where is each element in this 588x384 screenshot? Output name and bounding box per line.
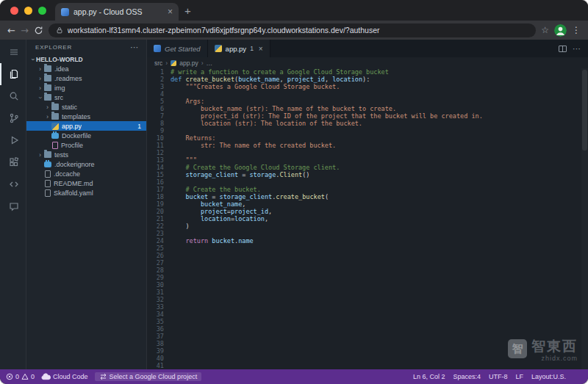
cloud-code-button[interactable] xyxy=(0,173,26,195)
minimize-window-button[interactable] xyxy=(24,7,32,15)
cloud-code-label: Cloud Code xyxy=(53,373,88,380)
code-line xyxy=(171,178,581,186)
zoom-window-button[interactable] xyxy=(38,7,46,15)
tree-item-skaffold-yaml[interactable]: Skaffold.yaml xyxy=(26,188,146,198)
code-line: return bucket.name xyxy=(171,237,581,244)
code-line: project=project_id, xyxy=(171,208,581,215)
tree-item-app-py[interactable]: app.py1 xyxy=(26,121,146,131)
docker-icon xyxy=(51,133,59,139)
tree-item-label: .dockerignore xyxy=(54,161,95,168)
line-number: 20 xyxy=(147,208,164,215)
tree-item-src[interactable]: ›src xyxy=(26,93,146,102)
close-window-button[interactable] xyxy=(10,7,18,15)
cloud-icon xyxy=(41,373,51,380)
explorer-button[interactable] xyxy=(0,63,26,85)
tree-item--dockerignore[interactable]: .dockerignore xyxy=(26,159,146,169)
reload-icon[interactable] xyxy=(34,26,43,35)
tree-item--readmes[interactable]: ›.readmes xyxy=(26,73,146,83)
tab-get-started[interactable]: Get Started xyxy=(147,40,208,57)
tree-item-readme-md[interactable]: README.md xyxy=(26,178,146,188)
profile-avatar[interactable] xyxy=(554,24,567,37)
sidebar-more-icon[interactable]: ⋯ xyxy=(130,43,139,52)
folder-icon xyxy=(44,151,51,158)
menu-button[interactable] xyxy=(0,41,26,63)
folder-icon xyxy=(44,84,51,91)
tree-item-label: .idea xyxy=(54,65,69,73)
code-editor[interactable]: 1234567891011121314151617181920212223242… xyxy=(147,68,588,369)
cloud-code-status[interactable]: Cloud Code xyxy=(41,373,88,380)
keyboard-layout[interactable]: Layout:U.S. xyxy=(531,373,566,380)
warning-icon xyxy=(21,373,29,380)
select-project-button[interactable]: Select a Google Cloud project xyxy=(95,372,202,381)
chevron-icon: › xyxy=(44,113,51,120)
browser-menu-icon[interactable]: ⋮ xyxy=(572,25,581,35)
chat-button[interactable] xyxy=(0,195,26,217)
select-project-label: Select a Google Cloud project xyxy=(110,373,198,380)
new-tab-button[interactable]: + xyxy=(184,5,191,16)
source-control-button[interactable] xyxy=(0,107,26,129)
sidebar-title: EXPLORER xyxy=(35,44,72,51)
line-numbers[interactable]: 1234567891011121314151617181920212223242… xyxy=(147,68,171,369)
code-lines[interactable]: # write a function to create a Google Cl… xyxy=(171,68,581,369)
code-line xyxy=(171,230,581,237)
code-line: storage_client = storage.Client() xyxy=(171,171,581,178)
close-icon[interactable]: × xyxy=(259,45,263,53)
watermark-logo: 智 xyxy=(508,339,527,358)
chevron-icon: › xyxy=(201,59,204,67)
tree-item-img[interactable]: ›img xyxy=(26,83,146,93)
line-number: 35 xyxy=(147,318,164,325)
line-number: 17 xyxy=(147,186,164,193)
line-number: 29 xyxy=(147,274,164,281)
code-line xyxy=(171,149,581,156)
tree-item-templates[interactable]: ›templates xyxy=(26,112,146,121)
line-number: 2 xyxy=(147,76,164,83)
eol-type[interactable]: LF xyxy=(515,373,523,380)
split-editor-icon[interactable] xyxy=(559,46,567,52)
line-number: 26 xyxy=(147,252,164,259)
line-number: 21 xyxy=(147,215,164,222)
problems-indicator[interactable]: 0 0 xyxy=(6,373,35,380)
file-tree: ›HELLO-WORLD›.idea›.readmes›img›src›stat… xyxy=(26,54,146,369)
tree-item-tests[interactable]: ›tests xyxy=(26,150,146,159)
tree-item-static[interactable]: ›static xyxy=(26,102,146,112)
tree-item-dockerfile[interactable]: Dockerfile xyxy=(26,131,146,140)
search-button[interactable] xyxy=(0,85,26,107)
encoding[interactable]: UTF-8 xyxy=(489,373,508,380)
code-line: project_id (str): The ID of the project … xyxy=(171,112,581,120)
cloud-code-icon xyxy=(8,178,20,190)
tree-item-label: README.md xyxy=(54,180,93,187)
forward-icon[interactable]: → xyxy=(21,26,29,35)
extensions-button[interactable] xyxy=(0,151,26,173)
line-number: 12 xyxy=(147,149,164,156)
bookmark-star-icon[interactable]: ☆ xyxy=(541,25,549,35)
code-line: # Create the bucket. xyxy=(171,186,581,193)
browser-toolbar: ← → workstation-lf31smn4.cluster-zpbeimo… xyxy=(0,21,588,40)
notifications-bell-icon[interactable] xyxy=(574,373,582,381)
close-tab-icon[interactable]: × xyxy=(168,7,173,16)
editor-scrollbar[interactable] xyxy=(581,68,588,369)
breadcrumb-file[interactable]: app.py xyxy=(179,59,198,67)
tree-item-procfile[interactable]: Procfile xyxy=(26,140,146,150)
browser-tab[interactable]: app.py - Cloud OSS × xyxy=(55,3,179,21)
extensions-icon xyxy=(8,156,20,168)
line-number: 18 xyxy=(147,193,164,200)
tab-app-py[interactable]: app.py 1 × xyxy=(208,40,270,57)
run-debug-button[interactable] xyxy=(0,129,26,151)
tree-item--idea[interactable]: ›.idea xyxy=(26,64,146,73)
line-number: 30 xyxy=(147,281,164,289)
breadcrumb-symbol[interactable]: … xyxy=(207,59,213,67)
indentation[interactable]: Spaces:4 xyxy=(453,373,481,380)
editor-more-icon[interactable]: ⋯ xyxy=(573,44,581,54)
tree-item--dccache[interactable]: .dccache xyxy=(26,169,146,178)
line-number: 31 xyxy=(147,289,164,296)
tree-item-hello-world[interactable]: ›HELLO-WORLD xyxy=(26,54,146,64)
browser-window: app.py - Cloud OSS × + ← → workstation-l… xyxy=(0,0,588,384)
scrollbar-thumb[interactable] xyxy=(582,70,587,151)
explorer-sidebar: EXPLORER ⋯ ›HELLO-WORLD›.idea›.readmes›i… xyxy=(26,40,147,369)
cursor-position[interactable]: Ln 6, Col 2 xyxy=(413,373,445,380)
python-icon xyxy=(171,60,176,66)
breadcrumb-folder[interactable]: src xyxy=(154,59,162,67)
address-bar[interactable]: workstation-lf31smn4.cluster-zpbeimon7vd… xyxy=(49,23,536,37)
back-icon[interactable]: ← xyxy=(7,26,15,35)
code-line: """Creates a Google Cloud Storage bucket… xyxy=(171,83,581,90)
